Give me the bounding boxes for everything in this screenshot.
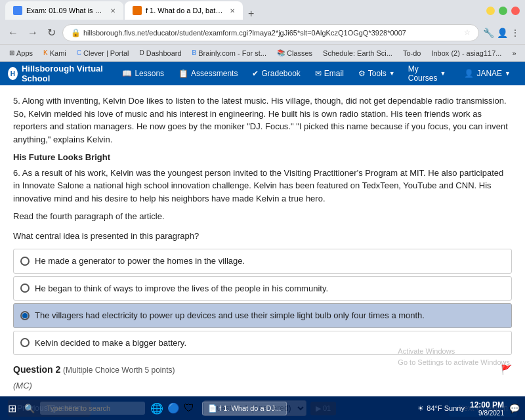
maximize-button[interactable]: [499, 7, 507, 15]
bookmark-star-icon[interactable]: ☆: [464, 28, 471, 37]
answer-option-b[interactable]: He began to think of ways to improve the…: [13, 276, 512, 301]
taskbar-right: ☀ 84°F Sunny 12:00 PM 9/8/2021 💬: [417, 400, 520, 417]
search-button[interactable]: 🔍: [22, 401, 37, 416]
my-courses-button[interactable]: My Courses ▼: [402, 60, 453, 87]
nav-lessons[interactable]: 📖 Lessons: [116, 64, 171, 83]
browser-tab-1[interactable]: Exam: 01.09 What is the Central... ✕: [5, 1, 123, 20]
tab-favicon-1: [13, 6, 22, 15]
mc-label: (MC): [13, 379, 512, 392]
bookmark-clever[interactable]: CClever | Portal: [73, 48, 133, 58]
bookmark-classes[interactable]: 📚Classes: [273, 48, 316, 58]
school-navbar: H Hillsborough Virtual School 📖 Lessons …: [0, 62, 525, 85]
browser-tabs: Exam: 01.09 What is the Central... ✕ f 1…: [5, 1, 478, 20]
profile-button[interactable]: 👤: [497, 28, 508, 38]
school-name: Hillsborough Virtual School: [22, 64, 105, 83]
gradebook-icon: ✔: [252, 69, 259, 78]
menu-button[interactable]: ⋮: [511, 28, 520, 38]
notification-icon[interactable]: 💬: [509, 404, 520, 413]
lessons-icon: 📖: [122, 69, 132, 78]
nav-assessments[interactable]: 📋 Assessments: [172, 64, 244, 83]
school-logo-icon: H: [8, 67, 18, 80]
browser-tab-2[interactable]: f 1. What do a DJ, batteries and a... ✕: [125, 1, 243, 20]
tab-title-2: f 1. What do a DJ, batteries and a...: [146, 7, 223, 14]
section-heading-future: His Future Looks Bright: [13, 151, 512, 164]
windows-start-button[interactable]: ⊞: [5, 400, 19, 417]
radio-filled-c: [22, 313, 28, 318]
assessments-icon: 📋: [178, 69, 188, 78]
main-content: 5. Along with inventing, Kelvin Doe like…: [0, 85, 525, 396]
taskbar-clock: 12:00 PM 9/8/2021: [470, 400, 504, 417]
bookmark-apps[interactable]: ⊞Apps: [5, 48, 37, 58]
my-courses-label: My Courses: [408, 64, 438, 83]
school-logo: H Hillsborough Virtual School: [8, 64, 105, 83]
refresh-button[interactable]: ↻: [45, 25, 58, 40]
tab-close-2[interactable]: ✕: [230, 7, 235, 14]
close-button[interactable]: [511, 7, 520, 15]
answer-option-c[interactable]: The villagers had electricity to power u…: [13, 303, 512, 328]
weather-icon: ☀: [417, 404, 424, 413]
weather-info: ☀ 84°F Sunny: [417, 404, 465, 413]
passage-paragraph-6: 6. As a result of his work, Kelvin was t…: [13, 167, 512, 205]
browser-titlebar: Exam: 01.09 What is the Central... ✕ f 1…: [0, 0, 525, 21]
question-1-prompt: What central idea is presented in this p…: [13, 230, 512, 243]
extensions-button[interactable]: 🔧: [483, 28, 494, 38]
tools-icon: ⚙: [358, 69, 366, 78]
my-courses-dropdown-icon: ▼: [440, 70, 446, 77]
taskbar-defender-icon[interactable]: 🛡: [184, 402, 194, 414]
radio-a[interactable]: [20, 257, 30, 266]
question-2-title: Question 2 (Multiple Choice Worth 5 poin…: [13, 363, 175, 377]
user-dropdown-icon: ▼: [505, 70, 511, 77]
user-icon: 👤: [464, 69, 474, 78]
answer-option-a[interactable]: He made a generator to power the homes i…: [13, 249, 512, 274]
nav-email[interactable]: ✉ Email: [308, 64, 350, 83]
new-tab-button[interactable]: +: [244, 8, 258, 20]
bookmark-todo[interactable]: To-do: [399, 48, 425, 58]
tools-dropdown-icon: ▼: [389, 70, 395, 77]
window-controls: [486, 7, 520, 15]
address-text: hillsborough.flvs.net/educator/student/e…: [83, 29, 461, 37]
bookmark-more[interactable]: »: [508, 48, 520, 58]
user-label: JANAE: [476, 69, 502, 78]
taskbar: ⊞ 🔍 🌐 🔵 🛡 📄 f 1. What do a DJ... ☀ 84°F …: [0, 396, 525, 420]
nav-right: My Courses ▼ 👤 JANAE ▼: [402, 60, 517, 87]
nav-icons: 🔧 👤 ⋮: [483, 28, 520, 38]
flag-icon[interactable]: 🚩: [501, 363, 512, 377]
school-nav-items: 📖 Lessons 📋 Assessments ✔ Gradebook ✉ Em…: [116, 64, 401, 83]
radio-c[interactable]: [20, 311, 30, 320]
question-2-header: Question 2 (Multiple Choice Worth 5 poin…: [13, 363, 512, 377]
back-button[interactable]: ←: [5, 26, 21, 40]
tab-close-1[interactable]: ✕: [110, 7, 116, 14]
radio-d[interactable]: [20, 338, 30, 347]
bookmark-kami[interactable]: KKami: [39, 48, 70, 58]
taskbar-edge-icon[interactable]: 🌐: [150, 402, 163, 415]
taskbar-pinned-icons: 🌐 🔵 🛡: [150, 402, 194, 415]
taskbar-search-input[interactable]: [40, 402, 145, 415]
tab-title-1: Exam: 01.09 What is the Central...: [26, 7, 104, 14]
bookmark-brainly[interactable]: BBrainly.com - For st...: [188, 48, 270, 58]
paragraph-instruction: Read the fourth paragraph of the article…: [13, 210, 512, 223]
nav-gradebook[interactable]: ✔ Gradebook: [245, 64, 306, 83]
browser-navbar: ← → ↻ 🔒 hillsborough.flvs.net/educator/s…: [0, 21, 525, 45]
radio-b[interactable]: [20, 284, 30, 293]
nav-tools[interactable]: ⚙ Tools ▼: [352, 64, 402, 83]
bookmarks-bar: ⊞Apps KKami CClever | Portal DDashboard …: [0, 45, 525, 62]
bookmark-inbox[interactable]: Inbox (2) - asiag117...: [427, 48, 505, 58]
taskbar-chrome-icon[interactable]: 🔵: [167, 402, 180, 414]
answer-option-d[interactable]: Kelvin decided to make a bigger battery.: [13, 331, 512, 356]
bookmark-dashboard[interactable]: DDashboard: [136, 48, 186, 58]
passage-paragraph-5: 5. Along with inventing, Kelvin Doe like…: [13, 94, 512, 146]
address-bar[interactable]: 🔒 hillsborough.flvs.net/educator/student…: [62, 24, 479, 41]
tab-favicon-2: [133, 6, 142, 15]
taskbar-active-app[interactable]: 📄 f 1. What do a DJ...: [202, 402, 287, 415]
bookmark-schedule[interactable]: Schedule: Earth Sci...: [319, 48, 396, 58]
forward-button[interactable]: →: [25, 26, 41, 40]
email-icon: ✉: [315, 69, 322, 78]
minimize-button[interactable]: [486, 7, 495, 15]
user-menu-button[interactable]: 👤 JANAE ▼: [457, 65, 517, 82]
